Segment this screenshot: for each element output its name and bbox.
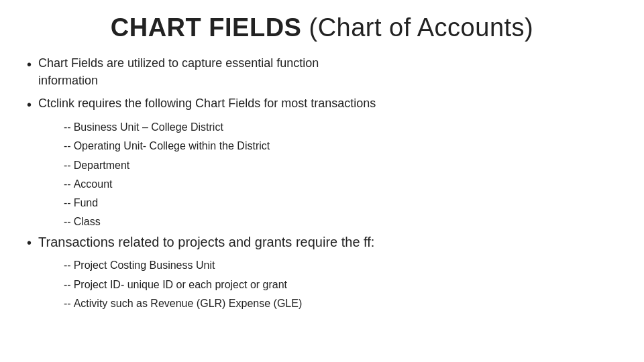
sub-dash-8: -- — [64, 277, 71, 292]
sub-dash-3: -- — [64, 158, 71, 173]
sub-dash-7: -- — [64, 257, 71, 273]
sub-dash-9: -- — [64, 296, 71, 311]
bullet-text-3: Transactions related to projects and gra… — [38, 233, 374, 252]
sub-text-8: Project ID- unique ID or each project or… — [74, 277, 287, 292]
sub-text-7: Project Costing Business Unit — [74, 257, 215, 273]
content-area: • Chart Fields are utilized to capture e… — [27, 54, 617, 312]
bullet-dot-2: • — [27, 95, 32, 114]
sub-text-6: Class — [74, 214, 101, 229]
bullet-dot-3: • — [27, 233, 32, 252]
sub-text-9: Activity such as Revenue (GLR) Expense (… — [74, 296, 303, 311]
bullet-text-2: Ctclink requires the following Chart Fie… — [38, 95, 376, 112]
title-bold-text: CHART FIELDS — [111, 13, 302, 42]
slide: CHART FIELDS (Chart of Accounts) • Chart… — [0, 0, 644, 362]
slide-title: CHART FIELDS (Chart of Accounts) — [27, 13, 617, 42]
title-normal-text: (Chart of Accounts) — [301, 13, 533, 42]
sub-text-4: Account — [74, 176, 113, 192]
bullet-item-3: • Transactions related to projects and g… — [27, 233, 617, 252]
sub-dash-1: -- — [64, 119, 71, 135]
sub-item-8: -- Project ID- unique ID or each project… — [64, 277, 617, 292]
sub-item-3: -- Department — [64, 158, 617, 173]
bullet-item-2: • Ctclink requires the following Chart F… — [27, 95, 617, 114]
sub-text-1: Business Unit – College District — [74, 119, 223, 135]
sub-item-4: -- Account — [64, 176, 617, 192]
sub-dash-2: -- — [64, 138, 71, 154]
sub-item-1: -- Business Unit – College District — [64, 119, 617, 135]
bullet-item-1: • Chart Fields are utilized to capture e… — [27, 54, 617, 89]
sub-item-6: -- Class — [64, 214, 617, 229]
bullet-dot-1: • — [27, 55, 32, 74]
sub-item-5: -- Fund — [64, 195, 617, 210]
sub-text-2: Operating Unit- College within the Distr… — [74, 138, 270, 154]
sub-item-9: -- Activity such as Revenue (GLR) Expens… — [64, 296, 617, 311]
sub-dash-6: -- — [64, 214, 71, 229]
bullet-text-1: Chart Fields are utilized to capture ess… — [38, 54, 319, 89]
sub-dash-4: -- — [64, 176, 71, 192]
sub-item-2: -- Operating Unit- College within the Di… — [64, 138, 617, 154]
sub-text-5: Fund — [74, 195, 98, 210]
sub-text-3: Department — [74, 158, 130, 173]
sub-item-7: -- Project Costing Business Unit — [64, 257, 617, 273]
sub-dash-5: -- — [64, 195, 71, 210]
